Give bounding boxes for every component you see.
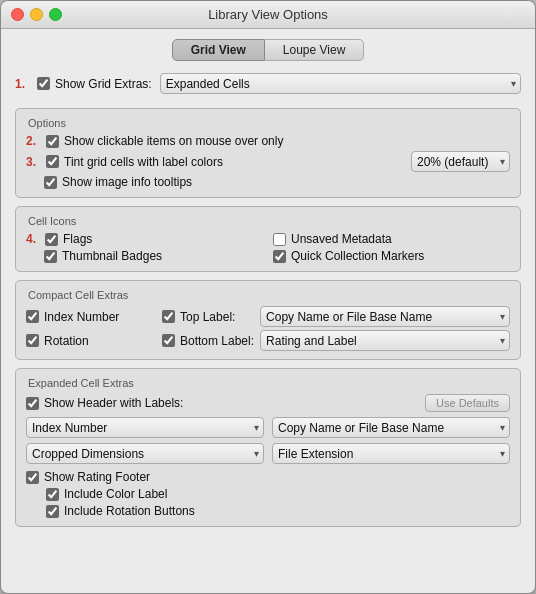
number-2: 2. — [26, 134, 40, 148]
expanded-dropdown-2-wrapper: Copy Name or File Base Name File Base Na… — [272, 417, 510, 438]
tab-grid-view[interactable]: Grid View — [172, 39, 265, 61]
compact-cell-extras-label: Compact Cell Extras — [28, 289, 510, 301]
show-header-label[interactable]: Show Header with Labels: — [26, 396, 183, 410]
show-grid-extras-checkbox[interactable] — [37, 77, 50, 90]
grid-extras-select-wrapper: Compact Cells Expanded Cells — [160, 73, 521, 94]
cell-icons-section: Cell Icons 4. 4. Flags Unsaved Metadata … — [15, 206, 521, 272]
quick-collection-label[interactable]: Quick Collection Markers — [273, 249, 510, 263]
show-rating-footer-text: Show Rating Footer — [44, 470, 150, 484]
rotation-label[interactable]: Rotation — [26, 334, 156, 348]
expanded-dropdown-1[interactable]: Index Number Cropped Dimensions File Ext… — [26, 417, 264, 438]
minimize-button[interactable] — [30, 8, 43, 21]
unsaved-metadata-checkbox[interactable] — [273, 233, 286, 246]
index-number-label[interactable]: Index Number — [26, 310, 156, 324]
thumbnail-badges-checkbox[interactable] — [44, 250, 57, 263]
use-defaults-button[interactable]: Use Defaults — [425, 394, 510, 412]
show-rating-footer-checkbox[interactable] — [26, 471, 39, 484]
expanded-dropdown-3[interactable]: Index Number Cropped Dimensions File Ext… — [26, 443, 264, 464]
thumbnail-badges-text: Thumbnail Badges — [62, 249, 162, 263]
unsaved-metadata-text: Unsaved Metadata — [291, 232, 392, 246]
thumbnail-badges-label[interactable]: Thumbnail Badges — [44, 249, 263, 263]
include-rotation-text: Include Rotation Buttons — [64, 504, 195, 518]
option-row-1: 2. Show clickable items on mouse over on… — [26, 134, 510, 148]
include-color-label[interactable]: Include Color Label — [46, 487, 167, 501]
expanded-dropdown-1-wrapper: Index Number Cropped Dimensions File Ext… — [26, 417, 264, 438]
tint-select[interactable]: 10% 20% (default) 30% 40% 50% — [411, 151, 510, 172]
number-1: 1. — [15, 77, 29, 91]
cell-icons-grid: 4. 4. Flags Unsaved Metadata Thumbnail B… — [26, 232, 510, 263]
tint-label[interactable]: Tint grid cells with label colors — [46, 155, 223, 169]
unsaved-metadata-label[interactable]: Unsaved Metadata — [273, 232, 510, 246]
compact-cell-extras-section: Compact Cell Extras Index Number Top Lab… — [15, 280, 521, 360]
bottom-label-checkbox[interactable] — [162, 334, 175, 347]
flags-label[interactable]: 4. Flags — [26, 232, 263, 246]
compact-grid: Index Number Top Label: Copy Name or Fil… — [26, 306, 510, 351]
include-color-text: Include Color Label — [64, 487, 167, 501]
traffic-lights — [11, 8, 62, 21]
titlebar: Library View Options — [1, 1, 535, 29]
main-window: Library View Options Grid View Loupe Vie… — [0, 0, 536, 594]
bottom-label-select-wrapper: Rating and Label Copy Name or File Base … — [260, 330, 510, 351]
include-color-row: Include Color Label — [46, 487, 510, 501]
rating-footer-area: Show Rating Footer Include Color Label I… — [26, 470, 510, 518]
index-number-text: Index Number — [44, 310, 119, 324]
options-section: Options 2. Show clickable items on mouse… — [15, 108, 521, 198]
option-row-2: 3. Tint grid cells with label colors 10%… — [26, 151, 510, 172]
close-button[interactable] — [11, 8, 24, 21]
bottom-label-label[interactable]: Bottom Label: — [162, 334, 254, 348]
show-rating-footer-label[interactable]: Show Rating Footer — [26, 470, 510, 484]
show-header-row: Show Header with Labels: Use Defaults — [26, 394, 510, 412]
expanded-dropdown-3-wrapper: Index Number Cropped Dimensions File Ext… — [26, 443, 264, 464]
rotation-text: Rotation — [44, 334, 89, 348]
window-title: Library View Options — [208, 7, 328, 22]
show-header-checkbox[interactable] — [26, 397, 39, 410]
rating-footer-subitems: Include Color Label Include Rotation But… — [46, 487, 510, 518]
top-label-checkbox[interactable] — [162, 310, 175, 323]
number-4: 4. — [26, 232, 40, 246]
quick-collection-checkbox[interactable] — [273, 250, 286, 263]
content-area: Grid View Loupe View 1. Show Grid Extras… — [1, 29, 535, 593]
top-label-select-wrapper: Copy Name or File Base Name File Base Na… — [260, 306, 510, 327]
include-rotation-checkbox[interactable] — [46, 505, 59, 518]
expanded-dropdown-4[interactable]: Index Number Cropped Dimensions File Ext… — [272, 443, 510, 464]
show-grid-extras-label[interactable]: Show Grid Extras: — [37, 77, 152, 91]
tint-checkbox[interactable] — [46, 155, 59, 168]
top-label-label[interactable]: Top Label: — [162, 310, 254, 324]
include-rotation-label[interactable]: Include Rotation Buttons — [46, 504, 195, 518]
clickable-items-text: Show clickable items on mouse over only — [64, 134, 283, 148]
tint-text: Tint grid cells with label colors — [64, 155, 223, 169]
tint-select-wrapper: 10% 20% (default) 30% 40% 50% — [411, 151, 510, 172]
clickable-items-checkbox[interactable] — [46, 135, 59, 148]
clickable-items-label[interactable]: Show clickable items on mouse over only — [46, 134, 283, 148]
top-label-text: Top Label: — [180, 310, 235, 324]
show-grid-extras-row: 1. Show Grid Extras: Compact Cells Expan… — [15, 73, 521, 94]
grid-extras-select[interactable]: Compact Cells Expanded Cells — [160, 73, 521, 94]
quick-collection-text: Quick Collection Markers — [291, 249, 424, 263]
tab-loupe-view[interactable]: Loupe View — [265, 39, 365, 61]
expanded-dropdowns-grid: Index Number Cropped Dimensions File Ext… — [26, 417, 510, 464]
show-header-text: Show Header with Labels: — [44, 396, 183, 410]
maximize-button[interactable] — [49, 8, 62, 21]
bottom-label-text: Bottom Label: — [180, 334, 254, 348]
expanded-cell-extras-label: Expanded Cell Extras — [28, 377, 510, 389]
bottom-label-select[interactable]: Rating and Label Copy Name or File Base … — [260, 330, 510, 351]
tabs-row: Grid View Loupe View — [15, 39, 521, 61]
option-row-3: Show image info tooltips — [44, 175, 510, 189]
tooltips-text: Show image info tooltips — [62, 175, 192, 189]
number-3: 3. — [26, 155, 40, 169]
show-grid-extras-text: Show Grid Extras: — [55, 77, 152, 91]
rotation-checkbox[interactable] — [26, 334, 39, 347]
options-section-label: Options — [28, 117, 510, 129]
expanded-dropdown-4-wrapper: Index Number Cropped Dimensions File Ext… — [272, 443, 510, 464]
tooltips-checkbox[interactable] — [44, 176, 57, 189]
top-label-select[interactable]: Copy Name or File Base Name File Base Na… — [260, 306, 510, 327]
flags-checkbox[interactable] — [45, 233, 58, 246]
include-rotation-row: Include Rotation Buttons — [46, 504, 510, 518]
cell-icons-label: Cell Icons — [28, 215, 510, 227]
expanded-cell-extras-section: Expanded Cell Extras Show Header with La… — [15, 368, 521, 527]
tooltips-label[interactable]: Show image info tooltips — [44, 175, 192, 189]
flags-text: Flags — [63, 232, 92, 246]
include-color-checkbox[interactable] — [46, 488, 59, 501]
index-number-checkbox[interactable] — [26, 310, 39, 323]
expanded-dropdown-2[interactable]: Copy Name or File Base Name File Base Na… — [272, 417, 510, 438]
